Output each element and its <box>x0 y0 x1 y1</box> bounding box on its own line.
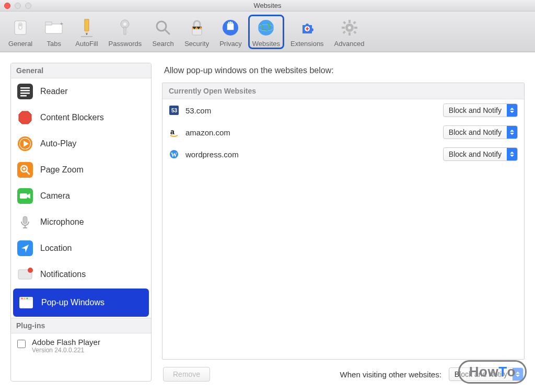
svg-rect-30 <box>354 27 357 29</box>
sidebar-item-page-zoom[interactable]: Page Zoom <box>11 157 151 183</box>
sidebar-item-camera[interactable]: Camera <box>11 183 151 209</box>
svg-point-62 <box>21 298 23 299</box>
hand-icon <box>219 17 241 39</box>
switch-icon <box>9 17 31 39</box>
tab-label: Search <box>153 40 174 48</box>
tab-autofill[interactable]: AutoFill <box>71 15 102 49</box>
svg-marker-8 <box>86 33 88 35</box>
chevron-updown-icon <box>507 104 517 117</box>
sidebar-item-popup-windows[interactable]: Pop-up Windows <box>13 289 149 317</box>
titlebar: Websites <box>0 0 535 11</box>
key-icon <box>114 17 136 39</box>
sidebar-item-label: Microphone <box>40 217 84 227</box>
website-row[interactable]: a amazon.com Block and Notify <box>162 121 524 143</box>
tab-search[interactable]: Search <box>148 15 178 49</box>
zoom-icon <box>17 162 33 178</box>
svg-rect-29 <box>342 27 345 29</box>
svg-rect-38 <box>20 93 30 94</box>
notifications-icon <box>17 267 33 282</box>
tab-label: Passwords <box>109 40 142 48</box>
sidebar-item-label: Auto-Play <box>40 139 76 148</box>
reader-icon <box>17 84 33 99</box>
svg-point-59 <box>28 268 33 273</box>
svg-point-22 <box>258 20 274 36</box>
website-row[interactable]: W wordpress.com Block and Notify <box>162 143 524 165</box>
site-policy-select[interactable]: Block and Notify <box>443 125 518 139</box>
svg-marker-40 <box>19 111 31 124</box>
main-pane: Allow pop-up windows on the websites bel… <box>162 63 525 382</box>
chevron-updown-icon <box>507 148 517 160</box>
svg-rect-45 <box>17 162 33 178</box>
sidebar-item-microphone[interactable]: Microphone <box>11 209 151 235</box>
chevron-updown-icon <box>507 126 517 139</box>
pencil-icon <box>76 17 98 39</box>
tab-extensions[interactable]: Extensions <box>286 15 328 49</box>
sidebar-item-label: Camera <box>40 191 70 201</box>
tab-label: AutoFill <box>75 40 98 48</box>
preferences-toolbar: General + Tabs AutoFill Passwords Search… <box>0 11 535 52</box>
sidebar: General Reader Content Blockers Auto-Pla… <box>10 63 152 382</box>
watermark: HowTo <box>458 360 527 384</box>
svg-point-2 <box>19 24 22 27</box>
tab-tabs[interactable]: + Tabs <box>39 15 69 49</box>
svg-text:W: W <box>171 151 177 158</box>
tabs-icon: + <box>43 17 65 39</box>
sidebar-header-general: General <box>11 63 151 78</box>
svg-rect-28 <box>348 32 351 36</box>
site-policy-select[interactable]: Block and Notify <box>443 103 518 117</box>
svg-rect-36 <box>20 87 30 89</box>
sidebar-item-notifications[interactable]: Notifications <box>11 261 151 287</box>
sidebar-item-reader[interactable]: Reader <box>11 78 151 105</box>
sidebar-item-location[interactable]: Location <box>11 235 151 261</box>
tab-websites[interactable]: Websites <box>248 15 284 49</box>
sidebar-item-label: Pop-up Windows <box>41 298 104 307</box>
svg-rect-12 <box>124 27 126 34</box>
svg-text:a: a <box>170 128 175 136</box>
remove-button[interactable]: Remove <box>163 367 210 382</box>
websites-list: Currently Open Websites 53 53.com Block … <box>162 83 525 360</box>
search-icon <box>152 17 174 39</box>
plugin-row-flash[interactable]: Adobe Flash Player Version 24.0.0.221 <box>11 333 151 358</box>
microphone-icon <box>17 214 33 230</box>
location-icon <box>17 240 33 256</box>
gear-icon <box>339 17 360 39</box>
website-row[interactable]: 53 53.com Block and Notify <box>162 99 524 121</box>
sidebar-item-auto-play[interactable]: Auto-Play <box>11 131 151 157</box>
tab-passwords[interactable]: Passwords <box>104 15 146 49</box>
globe-icon <box>255 17 277 39</box>
tab-advanced[interactable]: Advanced <box>330 15 369 49</box>
svg-line-15 <box>165 30 169 34</box>
svg-rect-9 <box>81 36 92 37</box>
sidebar-item-content-blockers[interactable]: Content Blockers <box>11 105 151 131</box>
svg-rect-53 <box>23 216 27 224</box>
site-domain: wordpress.com <box>185 150 437 159</box>
puzzle-icon <box>296 17 318 39</box>
svg-rect-6 <box>85 19 89 31</box>
other-websites-label: When visiting other websites: <box>340 370 441 379</box>
site-policy-select[interactable]: Block and Notify <box>443 147 518 161</box>
tab-general[interactable]: General <box>4 15 37 49</box>
tab-label: Tabs <box>47 40 61 48</box>
main-title: Allow pop-up windows on the websites bel… <box>162 63 525 83</box>
sidebar-item-label: Page Zoom <box>40 165 84 175</box>
sidebar-item-label: Notifications <box>40 270 86 279</box>
plugin-enable-checkbox[interactable] <box>17 340 26 348</box>
camera-icon <box>17 188 33 204</box>
tab-label: Security <box>184 40 209 48</box>
svg-rect-51 <box>20 193 27 199</box>
tab-privacy[interactable]: Privacy <box>215 15 246 49</box>
play-icon <box>17 136 33 152</box>
svg-rect-27 <box>348 20 351 23</box>
svg-rect-34 <box>342 31 345 34</box>
svg-text:53: 53 <box>171 108 178 113</box>
svg-point-11 <box>123 22 126 26</box>
site-favicon-amazon: a <box>169 127 179 137</box>
tab-security[interactable]: Security <box>180 15 213 49</box>
svg-point-26 <box>348 26 351 29</box>
tab-label: General <box>8 40 32 48</box>
svg-rect-33 <box>353 21 356 24</box>
list-header: Currently Open Websites <box>162 83 524 99</box>
svg-point-63 <box>24 298 26 299</box>
svg-rect-35 <box>17 84 33 99</box>
svg-point-64 <box>27 298 28 299</box>
